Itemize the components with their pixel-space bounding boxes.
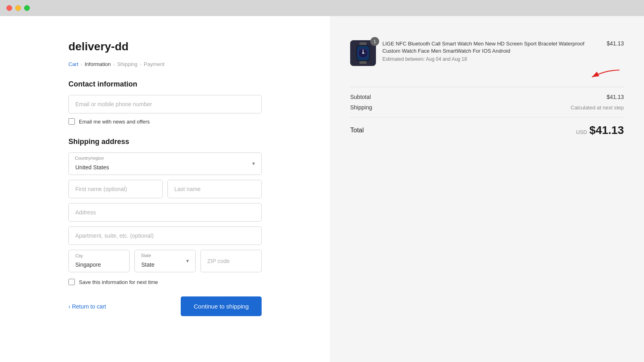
breadcrumb: Cart › Information › Shipping › Payment — [68, 61, 262, 67]
zip-input[interactable] — [200, 250, 262, 272]
item-price: $41.13 — [607, 40, 624, 47]
divider-2 — [350, 117, 624, 117]
country-select-wrapper: Country/region United States ▼ — [68, 152, 262, 175]
maximize-button[interactable] — [24, 5, 30, 11]
save-info-row: Save this information for next time — [68, 279, 262, 285]
bottom-actions: ‹ Return to cart Continue to shipping — [68, 296, 262, 316]
save-info-label[interactable]: Save this information for next time — [79, 279, 158, 285]
close-button[interactable] — [6, 5, 12, 11]
right-panel: 1 LIGE NFC Bluetooth Call Smart Watch Me… — [330, 16, 644, 362]
breadcrumb-information: Information — [85, 61, 111, 67]
total-label: Total — [350, 127, 364, 134]
divider-1 — [350, 87, 624, 87]
subtotal-label: Subtotal — [350, 94, 371, 100]
return-chevron-icon: ‹ — [68, 303, 70, 310]
total-amount: $41.13 — [589, 124, 624, 137]
last-name-input[interactable] — [167, 180, 262, 198]
item-info: LIGE NFC Bluetooth Call Smart Watch Men … — [382, 40, 600, 62]
chevron-icon-2: › — [113, 62, 115, 67]
country-select[interactable]: United States — [68, 152, 262, 175]
browser-content: delivery-dd Cart › Information › Shippin… — [0, 16, 644, 362]
address-input[interactable] — [68, 203, 262, 222]
total-value-group: USD $41.13 — [576, 124, 624, 137]
state-select-wrapper: State State ▼ — [134, 250, 196, 272]
total-currency: USD — [576, 129, 587, 135]
minimize-button[interactable] — [15, 5, 21, 11]
shipping-row: Shipping Calculated at next step — [350, 104, 624, 111]
item-image-wrapper: 1 — [350, 40, 376, 66]
watch-svg — [353, 42, 373, 64]
email-input[interactable] — [68, 95, 262, 113]
shipping-label: Shipping — [350, 104, 372, 111]
return-to-cart-link[interactable]: ‹ Return to cart — [68, 303, 106, 310]
item-name: LIGE NFC Bluetooth Call Smart Watch Men … — [382, 40, 600, 55]
store-title: delivery-dd — [68, 40, 262, 53]
chevron-icon: › — [81, 62, 83, 67]
order-item: 1 LIGE NFC Bluetooth Call Smart Watch Me… — [350, 40, 624, 66]
item-quantity-badge: 1 — [370, 37, 379, 46]
contact-section-title: Contact information — [68, 80, 262, 88]
shipping-section-title: Shipping address — [68, 138, 262, 146]
svg-rect-1 — [359, 61, 367, 64]
shipping-value: Calculated at next step — [571, 105, 624, 111]
state-select[interactable]: State — [134, 250, 196, 272]
return-link-label: Return to cart — [72, 303, 106, 310]
continue-to-shipping-button[interactable]: Continue to shipping — [181, 296, 262, 316]
newsletter-checkbox[interactable] — [68, 118, 75, 125]
item-delivery: Estimated between: Aug 04 and Aug 18 — [382, 56, 600, 62]
shipping-address-section: Shipping address Country/region United S… — [68, 138, 262, 285]
city-input[interactable] — [69, 250, 129, 272]
save-info-checkbox[interactable] — [68, 279, 75, 285]
chevron-icon-3: › — [140, 62, 142, 67]
city-state-zip-row: City State State ▼ — [68, 250, 262, 272]
newsletter-row: Email me with news and offers — [68, 118, 262, 125]
arrow-svg — [588, 68, 624, 80]
breadcrumb-shipping: Shipping — [117, 61, 138, 67]
first-name-input[interactable] — [68, 180, 163, 198]
breadcrumb-payment: Payment — [144, 61, 164, 67]
name-row — [68, 180, 262, 198]
svg-rect-0 — [359, 42, 367, 45]
breadcrumb-cart[interactable]: Cart — [68, 61, 78, 67]
title-bar — [0, 0, 644, 16]
total-row: Total USD $41.13 — [350, 124, 624, 137]
subtotal-value: $41.13 — [607, 94, 624, 100]
left-panel: delivery-dd Cart › Information › Shippin… — [0, 16, 330, 362]
city-field: City — [68, 250, 130, 272]
apartment-input[interactable] — [68, 226, 262, 245]
newsletter-label[interactable]: Email me with news and offers — [79, 119, 150, 125]
red-arrow-annotation — [350, 68, 624, 80]
subtotal-row: Subtotal $41.13 — [350, 94, 624, 100]
contact-section: Contact information Email me with news a… — [68, 80, 262, 125]
